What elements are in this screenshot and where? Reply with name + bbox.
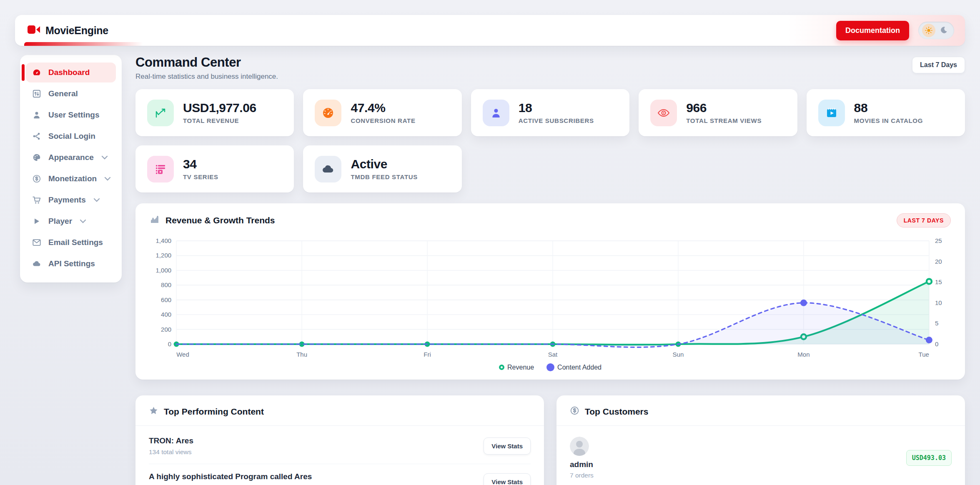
palette-icon xyxy=(32,152,42,162)
cart-icon xyxy=(32,195,42,205)
speedometer-icon xyxy=(315,100,341,126)
stat-label: Movies In Catalog xyxy=(854,117,923,124)
customer-name: admin xyxy=(570,460,594,469)
sidebar: Dashboard General User Settings Social L… xyxy=(20,55,122,282)
svg-text:1,400: 1,400 xyxy=(156,237,172,244)
svg-text:20: 20 xyxy=(935,258,942,265)
svg-text:Sun: Sun xyxy=(673,351,684,358)
top-performing-content-panel: Top Performing Content TRON: Ares 134 to… xyxy=(135,395,544,485)
sidebar-item-label: Appearance xyxy=(48,153,94,162)
page-title: Command Center xyxy=(135,55,278,70)
legend-label: Revenue xyxy=(507,364,534,371)
avatar xyxy=(570,437,589,456)
sidebar-item-label: Player xyxy=(48,217,72,226)
legend-item-content-added[interactable]: Content Added xyxy=(546,363,602,371)
chart-range-badge: LAST 7 DAYS xyxy=(897,213,951,228)
sidebar-item-label: Email Settings xyxy=(48,238,103,247)
chart-icon xyxy=(150,215,160,226)
sidebar-item-payments[interactable]: Payments xyxy=(26,190,116,210)
movie-icon xyxy=(818,100,845,126)
gauge-icon xyxy=(32,68,42,78)
chevron-down-icon xyxy=(93,198,100,202)
view-stats-button[interactable]: View Stats xyxy=(484,473,531,485)
svg-text:Sat: Sat xyxy=(548,351,558,358)
stat-value: USD1,977.06 xyxy=(183,101,256,115)
sidebar-item-player[interactable]: Player xyxy=(26,211,116,231)
stat-card-tv-series: 34 TV Series xyxy=(135,145,294,192)
svg-text:0: 0 xyxy=(935,340,938,348)
chart-title: Revenue & Growth Trends xyxy=(165,215,275,225)
sidebar-item-label: Monetization xyxy=(48,174,97,183)
range-select[interactable]: Last 7 Days xyxy=(912,57,965,73)
svg-text:Fri: Fri xyxy=(424,351,431,358)
theme-toggle[interactable] xyxy=(918,22,954,39)
sun-icon xyxy=(922,24,935,37)
sidebar-item-email-settings[interactable]: Email Settings xyxy=(26,232,116,252)
stat-card-tmdb-feed-status: Active TMDB Feed Status xyxy=(303,145,461,192)
page: MovieEngine Documentation Dashboard xyxy=(0,0,980,485)
moon-icon xyxy=(940,26,947,35)
chevron-down-icon xyxy=(101,155,108,160)
stat-value: 47.4% xyxy=(351,101,415,115)
sidebar-item-dashboard[interactable]: Dashboard xyxy=(26,62,116,82)
stat-value: 18 xyxy=(519,101,594,115)
stat-value: 966 xyxy=(686,101,762,115)
dollar-circle-icon xyxy=(570,406,579,417)
sidebar-item-label: API Settings xyxy=(48,259,95,268)
brand-name: MovieEngine xyxy=(45,25,108,37)
svg-text:10: 10 xyxy=(935,299,942,306)
sidebar-item-appearance[interactable]: Appearance xyxy=(26,148,116,168)
stat-card-total-stream-views: 966 Total Stream Views xyxy=(639,89,797,136)
star-icon xyxy=(149,406,158,417)
customer-orders: 7 orders xyxy=(570,472,594,479)
svg-text:5: 5 xyxy=(935,320,938,327)
share-icon xyxy=(32,131,42,141)
content-title: A highly sophisticated Program called Ar… xyxy=(149,472,312,481)
sidebar-item-monetization[interactable]: Monetization xyxy=(26,169,116,189)
documentation-button[interactable]: Documentation xyxy=(836,21,909,40)
legend-label: Content Added xyxy=(557,364,602,371)
content-title: TRON: Ares xyxy=(149,436,193,445)
person-icon xyxy=(483,100,509,126)
content-row: A highly sophisticated Program called Ar… xyxy=(149,464,531,485)
page-subtitle: Real-time statistics and business intell… xyxy=(135,72,278,81)
mail-icon xyxy=(32,238,42,248)
svg-text:Wed: Wed xyxy=(176,351,189,358)
sidebar-item-general[interactable]: General xyxy=(26,84,116,104)
sidebar-item-api-settings[interactable]: API Settings xyxy=(26,254,116,274)
svg-text:15: 15 xyxy=(935,278,942,285)
stat-card-total-revenue: USD1,977.06 Total Revenue xyxy=(135,89,294,136)
main-content: Command Center Real-time statistics and … xyxy=(135,55,965,485)
view-stats-button[interactable]: View Stats xyxy=(484,438,531,455)
chevron-down-icon xyxy=(104,177,111,181)
stat-value: 34 xyxy=(183,158,218,171)
sidebar-item-user-settings[interactable]: User Settings xyxy=(26,105,116,125)
legend-ring-icon xyxy=(499,365,504,370)
content-row: TRON: Ares 134 total views View Stats xyxy=(149,428,531,464)
stat-label: TV Series xyxy=(183,173,218,180)
header-actions: Documentation xyxy=(836,21,954,40)
panel-title: Top Performing Content xyxy=(164,407,264,417)
sliders-icon xyxy=(32,89,42,99)
eye-icon xyxy=(650,100,677,126)
sidebar-item-social-login[interactable]: Social Login xyxy=(26,126,116,146)
stat-value: Active xyxy=(351,158,418,171)
svg-text:0: 0 xyxy=(168,340,171,348)
stat-label: Total Revenue xyxy=(183,117,256,124)
dollar-icon xyxy=(32,174,42,184)
svg-text:Mon: Mon xyxy=(797,351,810,358)
svg-text:Thu: Thu xyxy=(296,351,307,358)
brand-logo[interactable]: MovieEngine xyxy=(28,25,108,37)
legend-dot-icon xyxy=(546,363,554,371)
svg-text:1,200: 1,200 xyxy=(156,252,172,259)
user-icon xyxy=(32,110,42,120)
top-bar: MovieEngine Documentation xyxy=(15,15,965,46)
amount-badge: USD493.03 xyxy=(906,450,952,466)
sidebar-item-label: Social Login xyxy=(48,132,95,141)
stat-card-active-subscribers: 18 Active Subscribers xyxy=(471,89,629,136)
svg-text:1,000: 1,000 xyxy=(156,267,172,274)
stat-card-conversion-rate: 47.4% Conversion Rate xyxy=(303,89,461,136)
legend-item-revenue[interactable]: Revenue xyxy=(499,364,534,371)
sidebar-item-label: User Settings xyxy=(48,110,99,120)
stat-label: Total Stream Views xyxy=(686,117,762,124)
